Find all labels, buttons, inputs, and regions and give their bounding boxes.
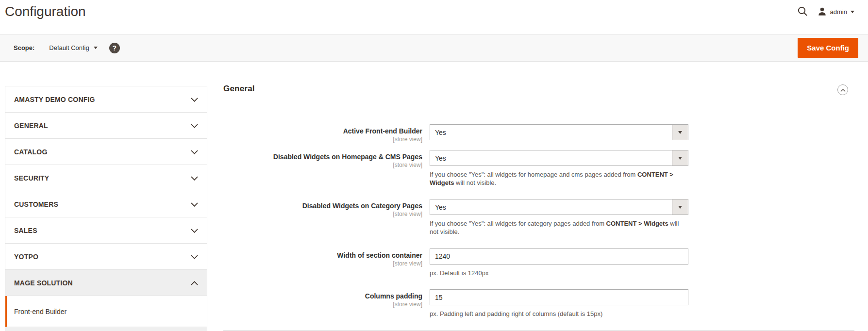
sidebar-item-front-end-builder[interactable]: Front-end Builder [5,296,207,327]
sidebar-section-label: YOTPO [14,253,38,261]
sidebar-section-label: MAGE SOLUTION [14,279,73,287]
config-sidebar: AMASTY DEMO CONFIG GENERAL CATALOG SECUR… [5,86,207,331]
chevron-up-icon [840,86,846,94]
sidebar-section-label: SECURITY [14,174,49,182]
admin-user-menu[interactable]: admin [818,7,854,17]
text-input[interactable] [430,248,688,265]
select-field[interactable]: Yes [430,150,688,166]
field-scope-tag: [store view] [223,211,422,217]
collapse-section-button[interactable] [837,84,848,95]
field-input-column: Yes [430,124,688,143]
section-header: General [223,84,868,95]
sidebar-section-label: CATALOG [14,148,48,156]
field-label-column: Disabled Widgets on Homepage & CMS Pages… [223,150,422,192]
sidebar-section-amasty-demo-config[interactable]: AMASTY DEMO CONFIG [5,86,207,113]
select-field[interactable]: Yes [430,124,688,140]
search-button[interactable] [797,6,808,18]
sidebar-section-mage-solution[interactable]: MAGE SOLUTION [5,270,207,296]
sidebar-section-security[interactable]: SECURITY [5,165,207,191]
sidebar-section-label: GENERAL [14,122,48,130]
form-field-row: Active Front-end Builder [store view] Ye… [223,124,868,143]
field-note: px. Default is 1240px [430,269,688,278]
select-value: Yes [430,125,672,140]
save-config-button[interactable]: Save Config [798,38,858,58]
text-input[interactable] [430,289,688,305]
chevron-down-icon [191,174,198,182]
main-layout: AMASTY DEMO CONFIG GENERAL CATALOG SECUR… [0,86,868,331]
field-input-column: px. Default is 1240px [430,248,688,282]
field-label: Active Front-end Builder [223,127,422,135]
section-title: General [223,84,255,94]
help-icon[interactable]: ? [109,43,120,53]
select-value: Yes [430,199,672,215]
chevron-down-icon [94,47,98,49]
scope-toolbar: Scope: Default Config ? Save Config [0,34,868,62]
chevron-down-icon [678,131,682,134]
chevron-down-icon [191,200,198,209]
field-input-column: Yes If you choose "Yes": all widgets for… [430,199,688,241]
form-field-row: Columns padding [store view] px. Padding… [223,289,868,323]
select-field[interactable]: Yes [430,199,688,215]
config-nav: AMASTY DEMO CONFIG GENERAL CATALOG SECUR… [5,86,207,327]
sidebar-section-sales[interactable]: SALES [5,217,207,244]
chevron-up-icon [191,279,198,287]
select-open-button[interactable] [672,199,688,215]
field-label: Disabled Widgets on Homepage & CMS Pages [223,153,422,161]
chevron-down-icon [678,206,682,209]
field-note: If you choose "Yes": all widgets for hom… [430,171,688,187]
app-header: Configuration admin [0,0,868,34]
scope-value: Default Config [49,44,89,51]
select-value: Yes [430,150,672,166]
scope-label: Scope: [14,44,34,51]
chevron-down-icon [191,121,198,130]
select-open-button[interactable] [672,150,688,166]
field-label: Width of section container [223,251,422,259]
field-input-column: Yes If you choose "Yes": all widgets for… [430,150,688,192]
field-label-column: Active Front-end Builder [store view] [223,124,422,143]
field-label-column: Disabled Widgets on Category Pages [stor… [223,199,422,241]
admin-user-label: admin [830,8,847,16]
sidebar-section-general[interactable]: GENERAL [5,113,207,139]
sidebar-section-yotpo[interactable]: YOTPO [5,244,207,270]
form-field-row: Width of section container [store view] … [223,248,868,282]
field-scope-tag: [store view] [223,136,422,143]
field-scope-tag: [store view] [223,301,422,308]
chevron-down-icon [678,157,682,160]
sidebar-next-section-partial[interactable] [5,327,207,331]
sidebar-section-label: SALES [14,227,37,234]
field-scope-tag: [store view] [223,260,422,267]
sidebar-section-label: AMASTY DEMO CONFIG [14,96,95,103]
form-field-row: Disabled Widgets on Category Pages [stor… [223,199,868,241]
form-rows: Active Front-end Builder [store view] Ye… [223,124,868,323]
header-actions: admin [797,6,854,18]
form-field-row: Disabled Widgets on Homepage & CMS Pages… [223,150,868,192]
field-note: If you choose "Yes": all widgets for cat… [430,220,688,236]
field-note: px. Padding left and padding right of co… [430,310,688,318]
chevron-down-icon [191,148,198,156]
chevron-down-icon [191,252,198,261]
select-open-button[interactable] [672,125,688,140]
sidebar-section-label: CUSTOMERS [14,200,58,208]
field-label-column: Width of section container [store view] [223,248,422,282]
sidebar-item-label: Front-end Builder [14,308,67,315]
field-label-column: Columns padding [store view] [223,289,422,323]
user-icon [818,7,827,17]
config-content: General Active Front-end Builder [store … [223,86,868,331]
sidebar-section-catalog[interactable]: CATALOG [5,139,207,165]
field-input-column: px. Padding left and padding right of co… [430,289,688,323]
page-title: Configuration [5,4,86,19]
field-label: Disabled Widgets on Category Pages [223,202,422,210]
field-label: Columns padding [223,292,422,300]
search-icon [797,6,808,18]
chevron-down-icon [191,95,198,104]
field-scope-tag: [store view] [223,162,422,168]
chevron-down-icon [191,226,198,235]
chevron-down-icon [851,11,854,13]
sidebar-section-customers[interactable]: CUSTOMERS [5,191,207,217]
scope-switcher[interactable]: Default Config [49,44,97,51]
